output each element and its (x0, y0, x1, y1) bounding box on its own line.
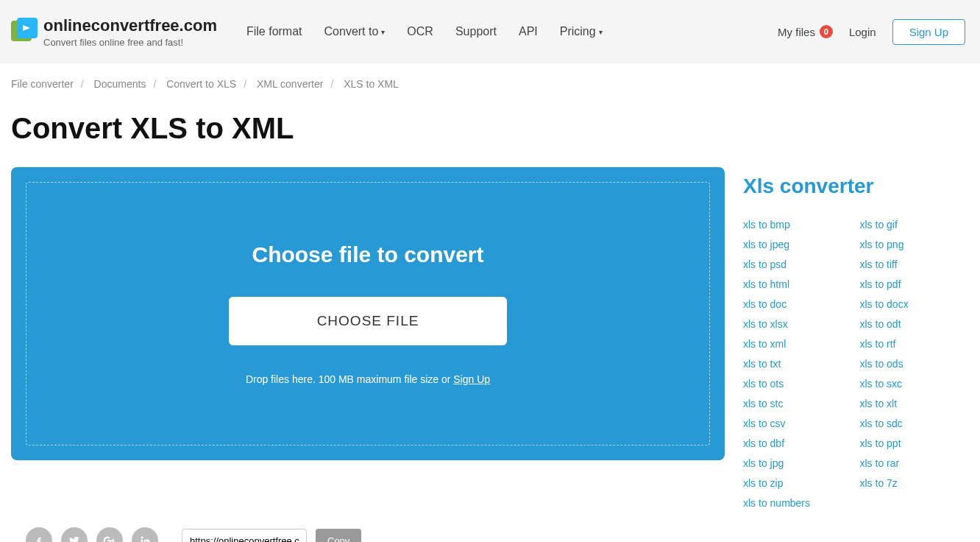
sidebar-link[interactable]: xls to txt (743, 358, 853, 370)
sidebar-link[interactable]: xls to xlt (860, 398, 970, 409)
sidebar-link[interactable]: xls to psd (743, 258, 853, 270)
sidebar-link[interactable]: xls to jpg (743, 457, 853, 469)
sidebar-link[interactable]: xls to pdf (860, 278, 970, 290)
breadcrumb-item[interactable]: File converter (11, 78, 74, 90)
sidebar-link[interactable]: xls to rar (860, 457, 970, 469)
sidebar-link[interactable]: xls to bmp (743, 219, 853, 230)
dropzone-inner: Choose file to convert CHOOSE FILE Drop … (26, 182, 710, 446)
copy-button[interactable]: Copy (316, 529, 361, 543)
nav-pricing[interactable]: Pricing▾ (560, 25, 603, 38)
sidebar-link[interactable]: xls to gif (860, 219, 970, 230)
sidebar-link[interactable]: xls to sxc (860, 378, 970, 390)
sidebar-links: xls to bmpxls to gifxls to jpegxls to pn… (743, 219, 969, 509)
breadcrumb-item[interactable]: Convert to XLS (166, 78, 236, 90)
linkedin-icon[interactable] (132, 527, 158, 542)
site-header: onlineconvertfree.com Convert files onli… (0, 0, 980, 63)
chevron-down-icon: ▾ (599, 28, 603, 36)
breadcrumb-item[interactable]: Documents (94, 78, 146, 90)
share-row: Copy (0, 509, 980, 542)
sidebar-link[interactable]: xls to rtf (860, 338, 970, 350)
nav-ocr[interactable]: OCR (407, 25, 433, 38)
nav-file-format[interactable]: File format (246, 25, 302, 38)
sidebar-link[interactable]: xls to numbers (743, 497, 853, 509)
sidebar-link[interactable]: xls to ppt (860, 437, 970, 449)
twitter-icon[interactable] (61, 527, 88, 542)
sidebar-link[interactable]: xls to xml (743, 338, 853, 350)
dropzone-hint: Drop files here. 100 MB maximum file siz… (246, 373, 490, 385)
dropzone-title: Choose file to convert (252, 242, 483, 267)
page-title: Convert XLS to XML (0, 97, 980, 167)
nav-support[interactable]: Support (455, 25, 497, 38)
logo-name: onlineconvertfree.com (43, 16, 217, 35)
logo[interactable]: onlineconvertfree.com Convert files onli… (11, 16, 217, 48)
sidebar-link[interactable]: xls to dbf (743, 437, 853, 449)
sidebar-link[interactable]: xls to sdc (860, 418, 970, 429)
breadcrumb-item: XLS to XML (344, 78, 399, 90)
sidebar-link[interactable]: xls to stc (743, 398, 853, 409)
login-link[interactable]: Login (849, 26, 876, 38)
sidebar-link[interactable]: xls to xlsx (743, 318, 853, 330)
sidebar-link[interactable]: xls to zip (743, 477, 853, 489)
sidebar-link[interactable]: xls to tiff (860, 258, 970, 270)
user-nav: My files 0 Login Sign Up (778, 19, 965, 45)
my-files-badge: 0 (820, 25, 833, 38)
signup-hint-link[interactable]: Sign Up (453, 373, 490, 385)
sidebar-link[interactable]: xls to png (860, 239, 970, 250)
sidebar-link[interactable]: xls to 7z (860, 477, 970, 489)
sidebar-link[interactable]: xls to docx (860, 298, 970, 310)
sidebar-link[interactable]: xls to odt (860, 318, 970, 330)
sidebar-link[interactable]: xls to ots (743, 378, 853, 390)
logo-icon (11, 18, 38, 44)
logo-tagline: Convert files online free and fast! (43, 37, 217, 48)
choose-file-button[interactable]: CHOOSE FILE (229, 297, 508, 345)
breadcrumb: File converter/ Documents/ Convert to XL… (0, 63, 980, 97)
breadcrumb-item[interactable]: XML converter (257, 78, 324, 90)
facebook-icon[interactable] (26, 527, 52, 542)
sidebar-title: Xls converter (743, 175, 969, 198)
sidebar-link[interactable]: xls to jpeg (743, 239, 853, 250)
googleplus-icon[interactable] (96, 527, 123, 542)
file-dropzone[interactable]: Choose file to convert CHOOSE FILE Drop … (11, 167, 725, 460)
sidebar-link[interactable]: xls to html (743, 278, 853, 290)
sidebar-link[interactable] (860, 497, 970, 509)
sidebar: Xls converter xls to bmpxls to gifxls to… (743, 167, 969, 509)
sidebar-link[interactable]: xls to csv (743, 418, 853, 429)
nav-api[interactable]: API (519, 25, 538, 38)
signup-button[interactable]: Sign Up (892, 19, 965, 45)
my-files-link[interactable]: My files 0 (778, 25, 833, 38)
chevron-down-icon: ▾ (381, 28, 385, 36)
sidebar-link[interactable]: xls to ods (860, 358, 970, 370)
share-url-input[interactable] (182, 529, 307, 543)
main-nav: File format Convert to▾ OCR Support API … (246, 25, 778, 38)
sidebar-link[interactable]: xls to doc (743, 298, 853, 310)
nav-convert-to[interactable]: Convert to▾ (324, 25, 386, 38)
